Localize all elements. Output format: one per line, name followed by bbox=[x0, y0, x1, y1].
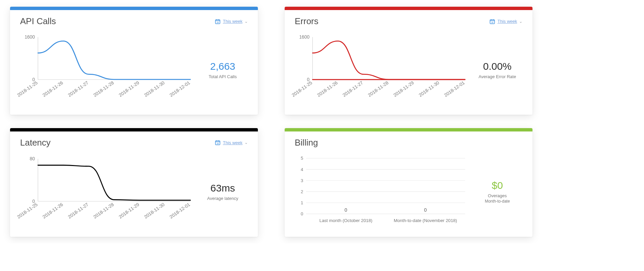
svg-text:2018-11-25: 2018-11-25 bbox=[291, 80, 313, 98]
svg-text:2018-11-30: 2018-11-30 bbox=[143, 80, 165, 98]
svg-text:2018-11-26: 2018-11-26 bbox=[42, 80, 64, 98]
period-label: This week bbox=[223, 140, 242, 145]
svg-text:2018-11-27: 2018-11-27 bbox=[67, 80, 89, 98]
card-title: API Calls bbox=[20, 16, 56, 26]
period-selector[interactable]: 28 This week ⌄ bbox=[215, 18, 248, 24]
period-selector[interactable]: 28 This week ⌄ bbox=[489, 18, 522, 24]
accent-bar bbox=[285, 128, 532, 131]
chevron-down-icon: ⌄ bbox=[519, 19, 522, 24]
metric-value: 0.00% bbox=[483, 61, 511, 72]
card-billing: Billing 0123450Last month (October 2018)… bbox=[285, 128, 532, 237]
card-errors: Errors 28 This week ⌄ 016002018-11-25201… bbox=[285, 7, 532, 115]
accent-bar bbox=[285, 7, 532, 10]
svg-text:2: 2 bbox=[301, 189, 303, 194]
svg-text:28: 28 bbox=[217, 21, 219, 23]
svg-text:2018-11-27: 2018-11-27 bbox=[342, 80, 364, 98]
svg-text:2018-11-28: 2018-11-28 bbox=[92, 80, 115, 98]
svg-text:Last month (October 2018): Last month (October 2018) bbox=[319, 218, 372, 223]
metric-value: 63ms bbox=[210, 182, 235, 194]
dashboard-grid: API Calls 28 This week ⌄ 016002018-11-25… bbox=[10, 7, 532, 237]
accent-bar bbox=[10, 7, 258, 10]
metric-value: 2,663 bbox=[210, 61, 235, 72]
svg-text:28: 28 bbox=[217, 143, 219, 145]
svg-text:0: 0 bbox=[301, 211, 303, 216]
svg-text:0: 0 bbox=[345, 207, 347, 213]
metric-errors: 0.00% Average Error Rate bbox=[469, 33, 526, 107]
accent-bar bbox=[10, 128, 258, 131]
svg-text:2018-11-25: 2018-11-25 bbox=[17, 80, 39, 98]
svg-text:4: 4 bbox=[301, 167, 303, 172]
svg-text:Month-to-date (November 2018): Month-to-date (November 2018) bbox=[394, 218, 457, 223]
svg-text:2018-11-26: 2018-11-26 bbox=[42, 202, 64, 220]
svg-text:2018-11-30: 2018-11-30 bbox=[143, 202, 165, 220]
period-label: This week bbox=[497, 19, 517, 24]
svg-text:1600: 1600 bbox=[24, 34, 35, 40]
svg-text:80: 80 bbox=[30, 156, 35, 161]
chart-billing: 0123450Last month (October 2018)0Month-t… bbox=[291, 155, 469, 229]
period-selector[interactable]: 28 This week ⌄ bbox=[215, 140, 248, 146]
svg-text:5: 5 bbox=[301, 156, 303, 161]
svg-text:3: 3 bbox=[301, 178, 303, 183]
calendar-icon: 28 bbox=[215, 140, 221, 146]
card-title: Errors bbox=[295, 16, 318, 26]
svg-text:28: 28 bbox=[491, 21, 494, 23]
svg-text:1600: 1600 bbox=[299, 34, 309, 40]
card-title: Billing bbox=[295, 138, 318, 148]
svg-text:2018-11-29: 2018-11-29 bbox=[392, 80, 415, 98]
period-label: This week bbox=[223, 19, 242, 24]
svg-text:2018-12-01: 2018-12-01 bbox=[168, 80, 191, 98]
metric-sublabel: Month-to-date bbox=[485, 199, 510, 204]
svg-text:0: 0 bbox=[424, 207, 427, 213]
svg-text:2018-11-29: 2018-11-29 bbox=[118, 80, 140, 98]
metric-value: $0 bbox=[492, 180, 503, 191]
metric-label: Average Error Rate bbox=[479, 74, 516, 79]
card-latency: Latency 28 This week ⌄ 0802018-11-252018… bbox=[10, 128, 258, 237]
chart-errors: 016002018-11-252018-11-262018-11-272018-… bbox=[291, 33, 469, 107]
metric-latency: 63ms Average latency bbox=[194, 155, 251, 229]
metric-api-calls: 2,663 Total API Calls bbox=[194, 33, 251, 107]
svg-text:2018-11-28: 2018-11-28 bbox=[92, 202, 115, 220]
svg-text:2018-11-28: 2018-11-28 bbox=[367, 80, 389, 98]
svg-text:2018-11-30: 2018-11-30 bbox=[418, 80, 440, 98]
chevron-down-icon: ⌄ bbox=[244, 19, 248, 24]
svg-text:2018-11-29: 2018-11-29 bbox=[118, 202, 140, 220]
card-api-calls: API Calls 28 This week ⌄ 016002018-11-25… bbox=[10, 7, 258, 115]
svg-text:2018-11-25: 2018-11-25 bbox=[17, 202, 39, 220]
svg-text:1: 1 bbox=[301, 200, 303, 205]
chevron-down-icon: ⌄ bbox=[244, 140, 248, 145]
svg-text:2018-11-27: 2018-11-27 bbox=[67, 202, 89, 220]
svg-text:2018-12-01: 2018-12-01 bbox=[168, 202, 191, 220]
svg-text:2018-11-26: 2018-11-26 bbox=[316, 80, 339, 98]
metric-label: Total API Calls bbox=[209, 74, 237, 79]
calendar-icon: 28 bbox=[489, 18, 495, 24]
calendar-icon: 28 bbox=[215, 18, 221, 24]
metric-label: Overages bbox=[488, 193, 507, 198]
metric-billing: $0 Overages Month-to-date bbox=[469, 155, 526, 229]
chart-api-calls: 016002018-11-252018-11-262018-11-272018-… bbox=[17, 33, 194, 107]
card-title: Latency bbox=[20, 138, 51, 148]
metric-label: Average latency bbox=[207, 196, 238, 201]
svg-text:2018-12-01: 2018-12-01 bbox=[443, 80, 466, 98]
chart-latency: 0802018-11-252018-11-262018-11-272018-11… bbox=[17, 155, 194, 229]
